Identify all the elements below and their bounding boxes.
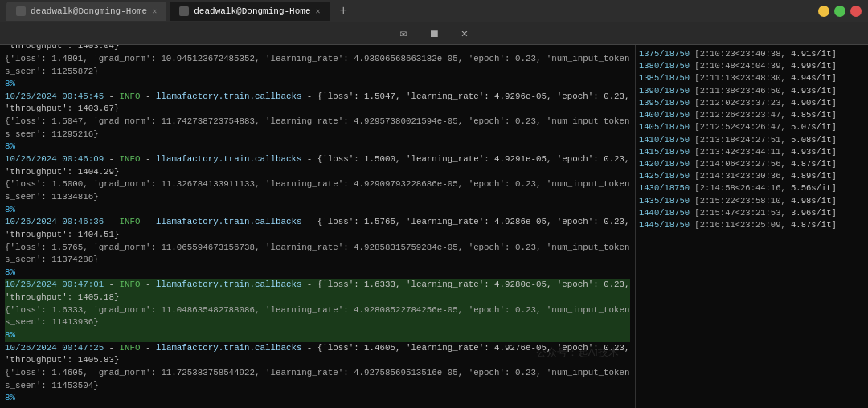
log-line-extra-8: {'loss': 1.4801, 'grad_norm': 10.9451236… bbox=[5, 53, 630, 78]
sidebar-line-4: 1395/18750 [2:12:02<23:37:23, 4.90s/it] bbox=[639, 97, 865, 109]
tab-1[interactable]: deadwalk@Dongming-Home ✕ bbox=[6, 2, 166, 21]
terminal-body: 10/26/2024 00:42:01 - INFO - llamafactor… bbox=[0, 45, 868, 408]
main-log[interactable]: 10/26/2024 00:42:01 - INFO - llamafactor… bbox=[0, 45, 635, 408]
log-line-extra-12: {'loss': 1.6333, 'grad_norm': 11.0486354… bbox=[5, 304, 630, 329]
toolbar-close-icon[interactable]: ✕ bbox=[456, 25, 473, 43]
tab-close-1[interactable]: ✕ bbox=[152, 6, 157, 16]
log-line-progress-9: 8% bbox=[5, 141, 630, 153]
log-line-progress-10: 8% bbox=[5, 204, 630, 217]
close-button[interactable] bbox=[850, 6, 862, 17]
tab-icon-2 bbox=[179, 6, 189, 16]
envelope-icon[interactable]: ✉ bbox=[395, 25, 412, 43]
new-tab-button[interactable]: + bbox=[334, 4, 354, 18]
maximize-button[interactable] bbox=[834, 6, 845, 17]
tab-close-2[interactable]: ✕ bbox=[316, 6, 321, 16]
sidebar-line-14: 1445/18750 [2:16:11<23:25:09, 4.87s/it] bbox=[639, 219, 865, 231]
window-controls bbox=[818, 6, 862, 17]
log-entry-12: 10/26/2024 00:47:01 - INFO - llamafactor… bbox=[5, 279, 630, 341]
sidebar-line-12: 1435/18750 [2:15:22<23:58:10, 4.98s/it] bbox=[639, 195, 865, 207]
log-line-main-9: 10/26/2024 00:45:45 - INFO - llamafactor… bbox=[5, 91, 630, 116]
log-line-main-10: 10/26/2024 00:46:09 - INFO - llamafactor… bbox=[5, 153, 630, 178]
tab-label-1: deadwalk@Dongming-Home bbox=[31, 6, 147, 16]
log-entry-11: 10/26/2024 00:46:36 - INFO - llamafactor… bbox=[5, 216, 630, 279]
sidebar-line-8: 1415/18750 [2:13:42<23:44:11, 4.93s/it] bbox=[639, 146, 865, 158]
sidebar-line-13: 1440/18750 [2:15:47<23:21:53, 3.96s/it] bbox=[639, 207, 865, 219]
title-bar: deadwalk@Dongming-Home ✕ deadwalk@Dongmi… bbox=[0, 0, 868, 22]
minimize-button[interactable] bbox=[818, 6, 829, 17]
log-line-main-11: 10/26/2024 00:46:36 - INFO - llamafactor… bbox=[5, 216, 630, 241]
sidebar-line-3: 1390/18750 [2:11:38<23:46:50, 4.93s/it] bbox=[639, 85, 865, 97]
log-line-main-8: 10/26/2024 00:45:20 - INFO - llamafactor… bbox=[5, 45, 630, 53]
sidebar-line-10: 1425/18750 [2:14:31<23:30:36, 4.89s/it] bbox=[639, 170, 865, 182]
tab-label-2: deadwalk@Dongming-Home bbox=[194, 6, 310, 16]
sidebar-line-1: 1380/18750 [2:10:48<24:04:39, 4.99s/it] bbox=[639, 60, 865, 72]
tab-icon-1 bbox=[16, 6, 26, 16]
sidebar-line-7: 1410/18750 [2:13:18<24:27:51, 5.08s/it] bbox=[639, 134, 865, 146]
sidebar-line-9: 1420/18750 [2:14:06<23:27:56, 4.87s/it] bbox=[639, 158, 865, 170]
sidebar-line-6: 1405/18750 [2:12:52<24:26:47, 5.07s/it] bbox=[639, 121, 865, 133]
log-line-extra-10: {'loss': 1.5000, 'grad_norm': 11.3267841… bbox=[5, 178, 630, 203]
log-line-extra-11: {'loss': 1.5765, 'grad_norm': 11.0655946… bbox=[5, 242, 630, 267]
log-entry-10: 10/26/2024 00:46:09 - INFO - llamafactor… bbox=[5, 153, 630, 216]
log-line-progress-12: 8% bbox=[5, 329, 630, 342]
sidebar-line-0: 1375/18750 [2:10:23<23:40:38, 4.91s/it] bbox=[639, 48, 865, 60]
log-entry-9: 10/26/2024 00:45:45 - INFO - llamafactor… bbox=[5, 91, 630, 153]
sidebar-line-2: 1385/18750 [2:11:13<23:48:30, 4.94s/it] bbox=[639, 72, 865, 84]
log-entry-8: 10/26/2024 00:45:20 - INFO - llamafactor… bbox=[5, 45, 630, 91]
toolbar: ✉ ⏹ ✕ bbox=[0, 22, 868, 45]
tab-2[interactable]: deadwalk@Dongming-Home ✕ bbox=[170, 2, 330, 21]
log-line-main-12: 10/26/2024 00:47:01 - INFO - llamafactor… bbox=[5, 279, 630, 304]
sidebar-line-5: 1400/18750 [2:12:26<23:23:47, 4.85s/it] bbox=[639, 109, 865, 121]
log-line-progress-11: 8% bbox=[5, 267, 630, 279]
log-line-progress-13: 8% bbox=[5, 392, 630, 405]
log-line-extra-13: {'loss': 1.4605, 'grad_norm': 11.7253837… bbox=[5, 367, 630, 392]
sidebar-log[interactable]: 1375/18750 [2:10:23<23:40:38, 4.91s/it]1… bbox=[635, 45, 868, 408]
sidebar-line-11: 1430/18750 [2:14:58<26:44:16, 5.56s/it] bbox=[639, 182, 865, 194]
log-entry-13: 10/26/2024 00:47:25 - INFO - llamafactor… bbox=[5, 342, 630, 405]
log-line-extra-9: {'loss': 1.5047, 'grad_norm': 11.7427387… bbox=[5, 116, 630, 141]
log-line-main-13: 10/26/2024 00:47:25 - INFO - llamafactor… bbox=[5, 342, 630, 367]
log-line-progress-8: 8% bbox=[5, 78, 630, 91]
stop-icon[interactable]: ⏹ bbox=[425, 25, 443, 43]
